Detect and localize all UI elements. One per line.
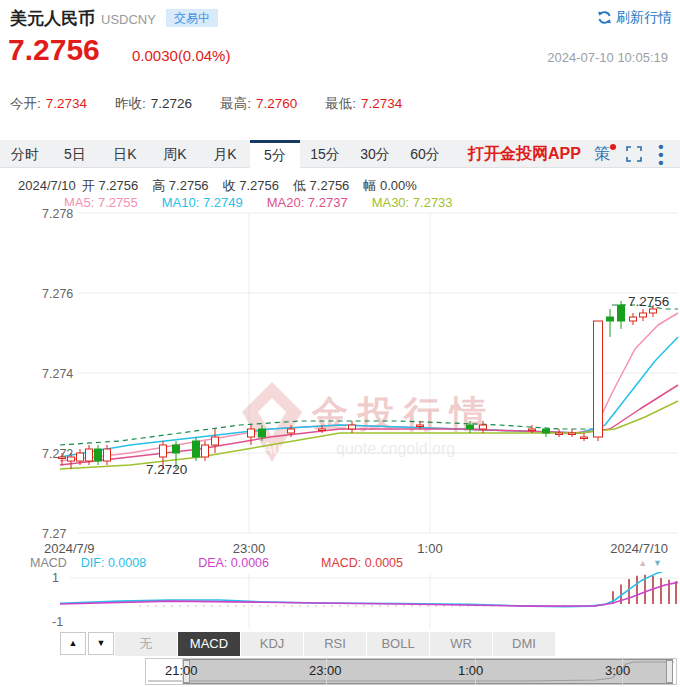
svg-text:7.27: 7.27 xyxy=(42,527,66,541)
refresh-icon xyxy=(597,10,612,25)
refresh-button[interactable]: 刷新行情 xyxy=(597,9,672,27)
ohlc-pair: 收 7.2756 xyxy=(223,178,279,193)
svg-text:23:00: 23:00 xyxy=(233,541,266,556)
time-range-navigator[interactable]: 21:0023:001:003:00 xyxy=(145,658,677,685)
ohlc-readout: 2024/7/10开 7.2756高 7.2756收 7.2756低 7.275… xyxy=(18,177,431,195)
indicator-tab-MACD[interactable]: MACD xyxy=(178,632,240,656)
indicator-down-button[interactable]: ▼ xyxy=(88,632,114,655)
strategy-label: 策 xyxy=(594,145,610,162)
indicator-bar: ▲ ▼ 无MACDKDJRSIBOLLWRDMI xyxy=(0,632,680,657)
svg-text:7.2720: 7.2720 xyxy=(146,462,187,477)
svg-text:2024/7/10: 2024/7/10 xyxy=(610,541,668,556)
notification-dot xyxy=(610,144,616,150)
stat-label: 最低: xyxy=(325,96,356,111)
tab-5分[interactable]: 5分 xyxy=(250,140,300,168)
quote-timestamp: 2024-07-10 10:05:19 xyxy=(547,50,668,65)
price-change: 0.0030(0.04%) xyxy=(132,47,230,64)
daily-stats: 今开:7.2734昨收:7.2726最高:7.2760最低:7.2734 xyxy=(10,95,430,113)
period-tabs: 分时5日日K周K月K5分15分30分60分 xyxy=(0,140,450,157)
indicator-tab-WR[interactable]: WR xyxy=(430,632,492,656)
macd-reading: MACD: 0.0005 xyxy=(321,556,403,570)
watermark: Au金投行情quote.cngold.org xyxy=(242,382,496,462)
open-app-link[interactable]: 打开金投网APP xyxy=(468,140,581,168)
fullscreen-button[interactable] xyxy=(626,146,642,166)
stat-item: 最低:7.2734 xyxy=(325,96,402,111)
tab-60分[interactable]: 60分 xyxy=(400,140,450,168)
strategy-button[interactable]: 策 xyxy=(594,140,610,168)
macd-cycle-arrows[interactable]: ▲▼ xyxy=(638,558,662,568)
svg-text:7.274: 7.274 xyxy=(42,367,73,381)
svg-text:2024/7/9: 2024/7/9 xyxy=(44,541,95,556)
symbol-code: USDCNY xyxy=(101,12,156,27)
stat-value: 7.2760 xyxy=(256,96,297,111)
ohlc-date: 2024/7/10 xyxy=(18,178,76,193)
tab-日K[interactable]: 日K xyxy=(100,140,150,168)
ohlc-pair: 低 7.2756 xyxy=(293,178,349,193)
indicator-tab-无[interactable]: 无 xyxy=(115,632,177,656)
svg-text:Au: Au xyxy=(262,440,282,457)
stat-label: 最高: xyxy=(220,96,251,111)
tab-15分[interactable]: 15分 xyxy=(300,140,350,168)
tab-周K[interactable]: 周K xyxy=(150,140,200,168)
svg-text:1:00: 1:00 xyxy=(417,541,442,556)
indicator-tabs: 无MACDKDJRSIBOLLWRDMI xyxy=(115,632,556,656)
macd-chart: 1-1 xyxy=(0,572,680,632)
navigator-time-label: 21:00 xyxy=(165,663,198,678)
indicator-up-button[interactable]: ▲ xyxy=(60,632,86,655)
stat-item: 最高:7.2760 xyxy=(220,96,297,111)
stat-value: 7.2734 xyxy=(361,96,402,111)
navigator-time-label: 3:00 xyxy=(605,663,630,678)
svg-text:quote.cngold.org: quote.cngold.org xyxy=(336,440,455,457)
stat-value: 7.2734 xyxy=(46,96,87,111)
stat-label: 今开: xyxy=(10,96,41,111)
svg-text:7.276: 7.276 xyxy=(42,287,73,301)
indicator-tab-RSI[interactable]: RSI xyxy=(304,632,366,656)
svg-text:7.2756: 7.2756 xyxy=(628,294,669,309)
macd-reading: DIF: 0.0008 xyxy=(81,556,146,570)
status-badge: 交易中 xyxy=(166,9,218,27)
refresh-label: 刷新行情 xyxy=(616,9,672,25)
ohlc-pair: 幅 0.00% xyxy=(363,178,416,193)
svg-text:-1: -1 xyxy=(52,615,63,629)
period-tab-bar: 分时5日日K周K月K5分15分30分60分 打开金投网APP 策 ••• xyxy=(0,140,680,168)
macd-panel-label: MACD xyxy=(30,556,67,570)
tab-分时[interactable]: 分时 xyxy=(0,140,50,168)
macd-readout: MACDDIF: 0.0008DEA: 0.0006MACD: 0.0005 xyxy=(30,556,455,570)
header: 美元人民币USDCNY交易中 xyxy=(10,7,218,30)
stat-value: 7.2726 xyxy=(151,96,192,111)
svg-text:1: 1 xyxy=(52,572,59,585)
quote-page: 美元人民币USDCNY交易中 刷新行情 7.2756 0.0030(0.04%)… xyxy=(0,0,680,687)
more-menu-button[interactable]: ••• xyxy=(656,143,666,167)
macd-reading: DEA: 0.0006 xyxy=(198,556,269,570)
fullscreen-icon xyxy=(626,146,642,162)
up-arrow-icon[interactable]: ▲ xyxy=(638,558,647,568)
navigator-time-label: 1:00 xyxy=(458,663,483,678)
last-price: 7.2756 xyxy=(8,33,100,67)
indicator-tab-KDJ[interactable]: KDJ xyxy=(241,632,303,656)
ohlc-pair: 高 7.2756 xyxy=(152,178,208,193)
indicator-tab-DMI[interactable]: DMI xyxy=(493,632,555,656)
stat-item: 今开:7.2734 xyxy=(10,96,87,111)
navigator-right-grip[interactable] xyxy=(666,660,673,683)
indicator-tab-BOLL[interactable]: BOLL xyxy=(367,632,429,656)
down-arrow-icon[interactable]: ▼ xyxy=(653,558,662,568)
stat-item: 昨收:7.2726 xyxy=(115,96,192,111)
stat-label: 昨收: xyxy=(115,96,146,111)
svg-text:7.278: 7.278 xyxy=(42,207,73,221)
main-candlestick-chart[interactable]: 7.2787.2767.2747.2727.27Au金投行情quote.cngo… xyxy=(0,206,680,558)
tab-5日[interactable]: 5日 xyxy=(50,140,100,168)
page-title: 美元人民币 xyxy=(10,9,95,28)
navigator-time-label: 23:00 xyxy=(309,663,342,678)
tab-月K[interactable]: 月K xyxy=(200,140,250,168)
ohlc-pair: 开 7.2756 xyxy=(82,178,138,193)
tab-30分[interactable]: 30分 xyxy=(350,140,400,168)
navigator-handle[interactable] xyxy=(183,659,673,684)
